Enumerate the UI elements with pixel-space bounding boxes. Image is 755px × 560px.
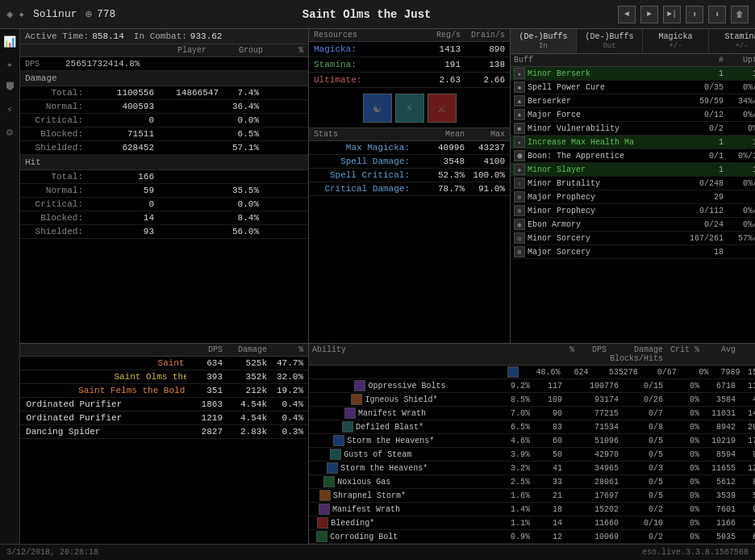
ability-avg: 10219 [699, 437, 736, 445]
ability-row[interactable]: Oppressive Bolts 9.2% 117 100776 0/15 0%… [309, 379, 755, 393]
ability-row[interactable]: Defiled Blast* 6.5% 83 71534 0/8 0% 8942… [309, 420, 755, 434]
buff-uptime: 0%/0% [724, 124, 755, 133]
ability-dmg: 93174 [562, 395, 619, 404]
active-time-label: Active Time: [25, 31, 89, 41]
ability-row[interactable]: Harness Magicka* 48.6% 624 535278 0/67 0… [309, 366, 755, 379]
ability-dps: 50 [530, 450, 562, 459]
buff-row: ⊗ Minor Prophecy 0/112 0%/86% [511, 204, 755, 218]
sidebar-icon-chart[interactable]: 📊 [0, 32, 19, 52]
res-stamina-name: Stamina: [314, 60, 420, 69]
ability-pct: 1.4% [486, 505, 530, 514]
player-row[interactable]: Ordinated Purifier 1863 4.54k 0.4% [20, 398, 308, 412]
upload-button[interactable]: ⬆ [686, 6, 703, 23]
tab-stamina[interactable]: Stamina +/- [709, 29, 755, 53]
player-dmg: 352k [223, 372, 267, 382]
buff-uptime: 85% [724, 248, 755, 257]
buff-uptime: 0%/100% [724, 152, 755, 161]
download-button[interactable]: ⬇ [708, 6, 726, 23]
ability-row[interactable]: Storm the Heavens* 3.2% 41 34965 0/3 0% … [309, 462, 755, 475]
trash-button[interactable]: 🗑 [731, 6, 749, 23]
player-pct: 19.2% [267, 386, 303, 395]
buff-name: Minor Vulnerability [528, 124, 679, 133]
ability-bh: 0/67 [638, 368, 677, 377]
ability-dmg: 28061 [562, 478, 619, 487]
res-stamina-drain: 138 [461, 60, 505, 69]
ability-row[interactable]: Corroding Bolt 0.9% 12 10069 0/2 0% 5035… [309, 530, 755, 544]
ability-dmg: 51096 [562, 437, 619, 445]
ability-icon-1: ☯ [363, 94, 392, 123]
ability-avg: 8942 [699, 423, 736, 432]
ah-ability-label: Ability [312, 345, 530, 363]
ability-row[interactable]: Gusts of Steam 3.9% 50 42970 0/5 0% 8594… [309, 448, 755, 462]
ability-max: 9663 [736, 505, 755, 514]
resources-header: Resources Reg/s Drain/s [309, 29, 510, 42]
buff-row: ● Major Force 0/12 0%/13% [511, 108, 755, 122]
ability-crit: 0% [663, 505, 699, 514]
player-row[interactable]: Saint Felms the Bold 351 212k 19.2% [20, 384, 308, 398]
ability-avg: 1166 [699, 519, 736, 528]
ability-row[interactable]: Noxious Gas 2.5% 33 28061 0/5 0% 5612 86… [309, 475, 755, 489]
ability-dps: 117 [530, 382, 562, 391]
tab-debuffs-in-label: (De-)Buffs [519, 32, 567, 41]
player-row[interactable]: Dancing Spider 2827 2.83k 0.3% [20, 425, 308, 439]
next-button[interactable]: ►| [663, 6, 681, 23]
buff-uptime: 34%/34% [724, 97, 755, 106]
damage-blocked-player: 71511 [90, 129, 154, 139]
play-button[interactable]: ► [640, 6, 658, 23]
damage-shielded-row: Shielded: 628452 57.1% [20, 141, 308, 155]
ability-max: 12605 [736, 464, 755, 473]
damage-critical-group [154, 115, 219, 125]
ah-pct-label: % [530, 345, 574, 363]
buff-name: Minor Sorcery [528, 234, 679, 243]
ability-row[interactable]: Manifest Wrath 1.4% 18 15202 0/2 0% 7601… [309, 503, 755, 516]
middle-panel: Resources Reg/s Drain/s Magicka: 1413 89… [309, 29, 511, 343]
stat-spelldmg-max: 4100 [465, 157, 505, 166]
buff-uptime: 87% [724, 193, 755, 202]
ability-dmg: 77215 [562, 409, 619, 418]
res-magicka-name: Magicka: [314, 44, 420, 54]
ability-bh: 0/10 [619, 519, 663, 528]
ability-bh: 0/7 [619, 409, 663, 418]
sidebar-icon-plus[interactable]: ✦ [0, 55, 19, 74]
ability-max: 5590 [736, 491, 755, 500]
sidebar-icon-bolt[interactable]: ⚡ [0, 100, 19, 119]
player-pct: 0.4% [267, 399, 303, 409]
ability-name: Storm the Heavens* [340, 464, 486, 473]
ability-crit: 0% [663, 464, 699, 473]
damage-total-player: 1100556 [90, 88, 154, 98]
stat-spelldmg-mean: 3548 [416, 157, 465, 166]
hit-shielded-val: 93 [90, 227, 154, 236]
prev-button[interactable]: ◄ [618, 6, 636, 23]
ability-name: Noxious Gas [337, 478, 486, 487]
hit-normal-row: Normal: 59 35.5% [20, 184, 308, 198]
ability-row[interactable]: Igneous Shield* 8.5% 109 93174 0/26 0% 3… [309, 393, 755, 407]
ability-avg: 11655 [699, 464, 736, 473]
ability-pct: 0.9% [486, 533, 530, 541]
ability-icon-sm [317, 517, 328, 529]
buff-row: ⊕ Major Prophecy 29 87% [511, 190, 755, 204]
buff-icon: ● [514, 109, 525, 120]
player-row[interactable]: Saint Liothis the Pious 634 525k 47.7% [20, 357, 308, 370]
sidebar-icon-gear[interactable]: ⚙ [0, 123, 19, 142]
ability-row[interactable]: Shrapnel Storm* 1.6% 21 17697 0/5 0% 353… [309, 489, 755, 503]
player-row[interactable]: Ordinated Purifier 1219 4.54k 0.4% [20, 412, 308, 425]
resources-reg-label: Reg/s [420, 31, 461, 40]
tab-magicka[interactable]: Magicka +/- [643, 29, 709, 53]
player-row[interactable]: Saint Olms the Just 393 352k 32.0% [20, 370, 308, 384]
ability-pct: 7.0% [486, 409, 530, 418]
char-icon2: ✦ [18, 7, 24, 21]
tab-debuffs-out[interactable]: (De-)Buffs Out [577, 29, 643, 53]
ability-name: Manifest Wrath [358, 409, 486, 418]
ability-pct: 1.1% [486, 519, 530, 528]
ability-dps: 18 [530, 505, 562, 514]
ability-row[interactable]: Manifest Wrath 7.0% 90 77215 0/7 0% 1103… [309, 407, 755, 420]
sidebar-icon-shield[interactable]: ⛊ [0, 77, 19, 97]
ability-row[interactable]: Storm the Heavens* 4.6% 60 51096 0/5 0% … [309, 434, 755, 448]
buffs-table-header: Buff # Uptime [511, 54, 755, 67]
ability-row[interactable]: Bleeding* 1.1% 14 11660 0/10 0% 1166 200… [309, 516, 755, 530]
buff-icon: ✧ [514, 178, 525, 189]
tab-debuffs-in[interactable]: (De-)Buffs In [511, 29, 577, 53]
damage-shielded-group [154, 143, 219, 153]
ability-bh: 0/5 [619, 491, 663, 500]
dps-col-empty [25, 46, 150, 55]
